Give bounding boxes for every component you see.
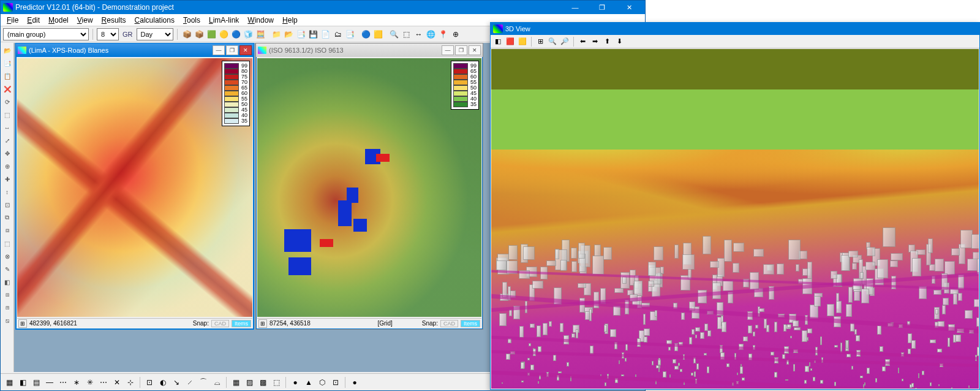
- side-tool-7[interactable]: ⤢: [2, 135, 13, 146]
- toolbar-button-21[interactable]: ↔: [413, 29, 424, 40]
- menu-file[interactable]: File: [3, 15, 22, 25]
- side-tool-8[interactable]: ✥: [2, 148, 13, 159]
- menu-calculations[interactable]: Calculations: [131, 15, 178, 25]
- group-selector[interactable]: (main group): [3, 28, 89, 40]
- toolbar-button-9[interactable]: 📂: [284, 29, 295, 40]
- bottom-tool-12[interactable]: ◐: [157, 377, 168, 388]
- toolbar-button-0[interactable]: 📦: [182, 29, 193, 40]
- bottom-tool-7[interactable]: ⋯: [98, 377, 109, 388]
- bottom-tool-6[interactable]: ✳: [85, 377, 96, 388]
- child-close-button[interactable]: ✕: [469, 45, 481, 55]
- toolbar-button-23[interactable]: 📍: [438, 29, 449, 40]
- bottom-tool-1[interactable]: ◧: [17, 377, 28, 388]
- map-view[interactable]: 9965605550454035: [257, 58, 481, 317]
- menu-help[interactable]: Help: [279, 15, 301, 25]
- side-tool-4[interactable]: ⟳: [2, 96, 13, 107]
- side-tool-21[interactable]: ⧅: [2, 315, 13, 326]
- side-tool-13[interactable]: ⧉: [2, 212, 13, 223]
- menu-model[interactable]: Model: [45, 15, 72, 25]
- side-tool-20[interactable]: ⧆: [2, 302, 13, 313]
- toolbar-button-2[interactable]: 🟩: [206, 29, 217, 40]
- view3d-tool-11[interactable]: ⬇: [614, 36, 625, 47]
- picker-icon[interactable]: ⊞: [258, 319, 267, 328]
- toolbar-button-5[interactable]: 🧊: [243, 29, 254, 40]
- child-title-bar[interactable]: (ISO 9613.1/2) ISO 9613 — ❐ ✕: [256, 44, 483, 57]
- side-tool-5[interactable]: ⬚: [2, 109, 13, 120]
- bottom-tool-13[interactable]: ↘: [171, 377, 182, 388]
- map-view[interactable]: 9980757065605550454035: [17, 58, 252, 317]
- view3d-tool-0[interactable]: ◧: [492, 36, 503, 47]
- child-maximize-button[interactable]: ❐: [455, 45, 467, 55]
- picker-icon[interactable]: ⊞: [18, 319, 27, 328]
- toolbar-button-3[interactable]: 🟡: [219, 29, 230, 40]
- bottom-tool-25[interactable]: ⬡: [317, 377, 328, 388]
- bottom-tool-24[interactable]: ▲: [303, 377, 314, 388]
- close-button[interactable]: ✕: [616, 1, 643, 14]
- maximize-button[interactable]: ❐: [589, 1, 616, 14]
- side-tool-6[interactable]: ↔: [2, 122, 13, 133]
- bottom-tool-28[interactable]: ●: [349, 377, 360, 388]
- bottom-tool-9[interactable]: ⊹: [125, 377, 136, 388]
- toolbar-button-13[interactable]: 🗂: [333, 29, 344, 40]
- bottom-tool-14[interactable]: ⟋: [184, 377, 195, 388]
- bottom-tool-19[interactable]: ▨: [244, 377, 255, 388]
- bottom-tool-20[interactable]: ▩: [257, 377, 268, 388]
- menu-edit[interactable]: Edit: [23, 15, 43, 25]
- bottom-tool-26[interactable]: ⊡: [330, 377, 341, 388]
- toolbar-button-1[interactable]: 📦: [194, 29, 205, 40]
- bottom-tool-21[interactable]: ⬚: [271, 377, 282, 388]
- toolbar-button-12[interactable]: 📄: [320, 29, 331, 40]
- bottom-tool-18[interactable]: ▦: [230, 377, 241, 388]
- view3d-canvas[interactable]: [491, 49, 979, 389]
- toolbar-button-14[interactable]: 📑: [345, 29, 356, 40]
- menu-results[interactable]: Results: [98, 15, 130, 25]
- bottom-tool-2[interactable]: ▤: [31, 377, 42, 388]
- menu-tools[interactable]: Tools: [179, 15, 204, 25]
- child-close-button[interactable]: ✕: [239, 45, 252, 55]
- toolbar-button-16[interactable]: 🔵: [361, 29, 372, 40]
- items-chip[interactable]: Items: [232, 320, 251, 327]
- side-tool-2[interactable]: 📋: [2, 70, 13, 82]
- toolbar-button-11[interactable]: 💾: [308, 29, 319, 40]
- toolbar-button-8[interactable]: 📁: [271, 29, 282, 40]
- child-title-bar[interactable]: (LimA - XPS-Road) Blanes — ❐ ✕: [16, 44, 254, 57]
- side-tool-14[interactable]: ⧈: [2, 225, 13, 236]
- cad-chip[interactable]: CAD: [211, 320, 229, 327]
- side-tool-1[interactable]: 📑: [2, 58, 13, 69]
- view3d-tool-6[interactable]: 🔎: [559, 36, 570, 47]
- bottom-tool-5[interactable]: ∗: [71, 377, 82, 388]
- toolbar-button-10[interactable]: 📑: [296, 29, 307, 40]
- side-tool-10[interactable]: ✚: [2, 173, 13, 184]
- bottom-tool-11[interactable]: ⊡: [144, 377, 155, 388]
- menu-limalink[interactable]: LimA-link: [205, 15, 243, 25]
- side-tool-19[interactable]: ⧇: [2, 289, 13, 300]
- view3d-tool-10[interactable]: ⬆: [601, 36, 612, 47]
- menu-view[interactable]: View: [74, 15, 97, 25]
- items-chip[interactable]: Items: [461, 320, 480, 327]
- bottom-tool-16[interactable]: ⌓: [211, 377, 222, 388]
- view3d-tool-2[interactable]: 🟨: [517, 36, 528, 47]
- toolbar-button-4[interactable]: 🔵: [231, 29, 242, 40]
- bottom-tool-0[interactable]: ▦: [4, 377, 15, 388]
- bottom-tool-4[interactable]: ⋯: [58, 377, 69, 388]
- period-selector[interactable]: Day: [137, 28, 173, 40]
- side-tool-0[interactable]: 📂: [2, 45, 13, 56]
- child-minimize-button[interactable]: —: [213, 45, 225, 55]
- side-tool-9[interactable]: ⊕: [2, 161, 13, 172]
- toolbar-button-20[interactable]: ⬚: [401, 29, 412, 40]
- view3d-tool-8[interactable]: ⬅: [577, 36, 588, 47]
- minimize-button[interactable]: —: [562, 1, 589, 14]
- side-tool-15[interactable]: ⬚: [2, 238, 13, 249]
- view3d-tool-1[interactable]: 🟥: [505, 36, 516, 47]
- toolbar-button-22[interactable]: 🌐: [426, 29, 437, 40]
- title-bar[interactable]: Predictor V12.01 (64-bit) - Demonstratio…: [1, 1, 645, 14]
- view3d-tool-9[interactable]: ➡: [589, 36, 600, 47]
- child-minimize-button[interactable]: —: [442, 45, 454, 55]
- side-tool-18[interactable]: ◧: [2, 276, 13, 287]
- child-maximize-button[interactable]: ❐: [226, 45, 238, 55]
- cad-chip[interactable]: CAD: [440, 320, 458, 327]
- toolbar-button-24[interactable]: ⊕: [450, 29, 461, 40]
- bottom-tool-15[interactable]: ⌒: [198, 377, 209, 388]
- toolbar-button-17[interactable]: 🟨: [373, 29, 384, 40]
- toolbar-button-19[interactable]: 🔍: [389, 29, 400, 40]
